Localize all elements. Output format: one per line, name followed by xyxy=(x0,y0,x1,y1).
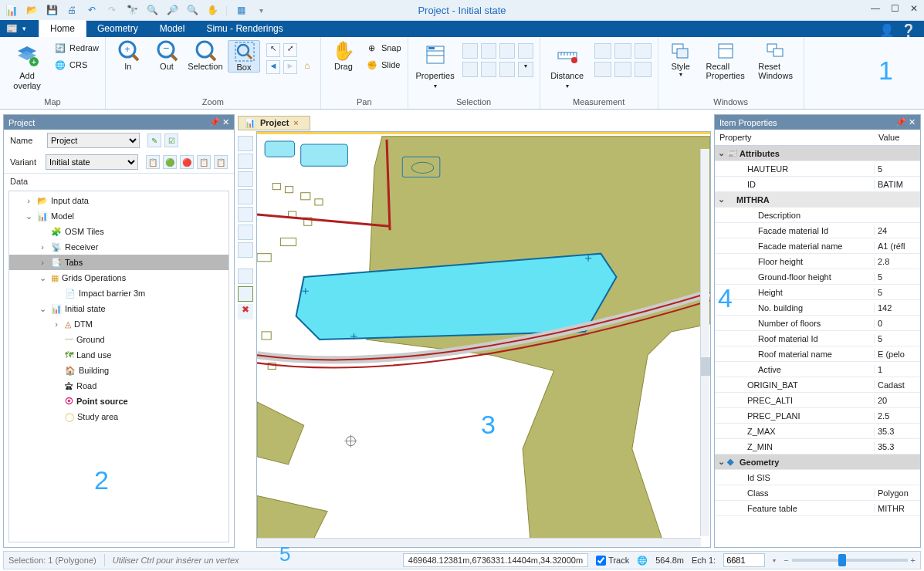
crs-button[interactable]: 🌐CRS xyxy=(54,57,99,73)
zoom-in-button[interactable]: +In xyxy=(112,40,144,71)
meas-3[interactable] xyxy=(635,43,652,59)
vtool-6[interactable] xyxy=(238,225,253,240)
prop-group-attributes[interactable]: ⌄📰Attributes xyxy=(715,146,920,161)
tab-geometry[interactable]: Geometry xyxy=(86,20,149,37)
vtool-1[interactable] xyxy=(238,136,253,151)
close-panel-icon[interactable]: ✕ xyxy=(222,117,229,127)
snap-button[interactable]: ⊕Snap xyxy=(366,40,401,56)
vtool-3[interactable] xyxy=(238,171,253,187)
sel-tool-8[interactable]: ▾ xyxy=(518,62,533,77)
map-canvas[interactable] xyxy=(257,132,710,547)
zoom-slider[interactable] xyxy=(792,559,908,562)
tree-grids[interactable]: ⌄▦Grids Operations xyxy=(9,270,228,286)
zoom-selection-button[interactable]: Selection xyxy=(189,40,222,71)
vtool-4[interactable] xyxy=(238,189,253,204)
zoom-ext1-icon[interactable]: ↖ xyxy=(266,43,280,57)
zoom-minus-icon[interactable]: − xyxy=(784,556,788,565)
zoom-ext2-icon[interactable]: ⤢ xyxy=(283,43,297,57)
project-tree[interactable]: ›📂Input data ⌄📊Model 🧩OSM Tiles ›📡Receiv… xyxy=(8,191,229,542)
prop-group-geometry[interactable]: ⌄◆Geometry xyxy=(715,454,920,470)
tree-receiver[interactable]: ›📡Receiver xyxy=(9,239,228,255)
reset-windows-button[interactable]: Reset Windows xyxy=(754,40,797,80)
properties-button[interactable]: Properties▾ xyxy=(415,40,456,91)
sel-tool-5[interactable] xyxy=(462,62,478,77)
tab-home[interactable]: Home xyxy=(39,19,86,37)
tab-simu[interactable]: Simu - Renderings xyxy=(195,20,293,37)
tree-point-source[interactable]: ⦿Point source xyxy=(9,394,228,409)
sel-tool-1[interactable] xyxy=(462,43,478,59)
vtool-8[interactable] xyxy=(238,269,253,284)
var-tool-4[interactable]: 📋 xyxy=(197,155,211,169)
globe-status-icon[interactable]: 🌐 xyxy=(637,556,648,566)
sel-tool-6[interactable] xyxy=(481,62,496,77)
zoomout-icon[interactable]: 🔎 xyxy=(165,3,179,17)
tree-input-data[interactable]: ›📂Input data xyxy=(9,193,228,208)
help-icon[interactable]: ❔ xyxy=(901,23,916,38)
user-icon[interactable]: 👤 xyxy=(879,23,895,38)
tree-landuse[interactable]: 🗺Land use xyxy=(9,347,228,363)
meas-4[interactable] xyxy=(594,62,611,77)
tree-impact[interactable]: 📄Impact barrier 3m xyxy=(9,286,228,301)
vtool-5[interactable] xyxy=(238,207,253,222)
measurement-tools-grid[interactable] xyxy=(594,40,652,77)
tree-study-area[interactable]: ◯Study area xyxy=(9,409,228,424)
var-tool-5[interactable]: 📋 xyxy=(214,155,228,169)
zoom-out-button[interactable]: −Out xyxy=(151,40,183,71)
variant-select[interactable]: Initial state xyxy=(46,154,138,170)
minimize-button[interactable]: — xyxy=(871,3,880,14)
vtool-7[interactable] xyxy=(238,242,253,258)
undo-icon[interactable]: ↶ xyxy=(85,3,99,17)
vtool-2[interactable] xyxy=(238,154,253,169)
var-tool-1[interactable]: 📋 xyxy=(146,155,160,169)
tree-road[interactable]: 🛣Road xyxy=(9,378,228,394)
style-button[interactable]: Style▾ xyxy=(665,40,697,78)
close-tab-icon[interactable]: × xyxy=(293,118,298,127)
meas-1[interactable] xyxy=(594,43,611,59)
maximize-button[interactable]: ☐ xyxy=(891,3,899,14)
selection-tools-grid[interactable]: ▾ xyxy=(462,40,533,77)
meas-2[interactable] xyxy=(614,43,631,59)
zoom-home-icon[interactable]: ⌂ xyxy=(300,60,314,74)
name-tool-2[interactable]: ☑ xyxy=(164,133,178,147)
sel-tool-7[interactable] xyxy=(499,62,515,77)
zoom-box-button[interactable]: Box xyxy=(228,40,260,73)
scale-input[interactable] xyxy=(723,553,765,567)
tree-initial[interactable]: ⌄📊Initial state xyxy=(9,301,228,316)
name-select[interactable]: Project xyxy=(47,133,140,148)
grid-icon[interactable]: ▦ xyxy=(234,3,248,17)
tree-osm[interactable]: 🧩OSM Tiles xyxy=(9,224,228,239)
pin-icon[interactable]: 📌 xyxy=(209,117,220,127)
distance-button[interactable]: Distance▾ xyxy=(547,40,588,91)
tree-model[interactable]: ⌄📊Model xyxy=(9,208,228,224)
prop-group-mithra[interactable]: ⌄MITHRA xyxy=(715,192,920,208)
drag-button[interactable]: ✋Drag xyxy=(327,40,360,71)
tab-model[interactable]: Model xyxy=(149,20,196,37)
track-checkbox[interactable] xyxy=(596,556,606,566)
map-scrollbar-vertical[interactable] xyxy=(700,149,709,536)
save-icon[interactable]: 💾 xyxy=(45,3,59,17)
sel-tool-4[interactable] xyxy=(518,43,533,59)
zoom-next-icon[interactable]: ► xyxy=(283,60,297,74)
open-icon[interactable]: 📂 xyxy=(25,3,39,17)
vtool-9[interactable] xyxy=(238,286,253,302)
map-scrollbar-horizontal[interactable] xyxy=(257,538,701,547)
name-tool-1[interactable]: ✎ xyxy=(147,133,161,147)
meas-6[interactable] xyxy=(635,62,652,77)
redo-icon[interactable]: ↷ xyxy=(105,3,119,17)
zoomfit-icon[interactable]: 🔍 xyxy=(185,3,199,17)
print-icon[interactable]: 🖨 xyxy=(65,3,79,17)
zoom-prev-icon[interactable]: ◄ xyxy=(266,60,280,74)
recall-properties-button[interactable]: Recall Properties xyxy=(703,40,748,80)
meas-5[interactable] xyxy=(614,62,631,77)
redraw-button[interactable]: 🔄Redraw xyxy=(54,40,99,56)
props-body[interactable]: ⌄📰Attributes HAUTEUR5 IDBATIM ⌄MITHRA De… xyxy=(715,146,920,547)
add-overlay-button[interactable]: + Add overlay xyxy=(6,40,48,91)
var-tool-3[interactable]: 🔴 xyxy=(180,155,194,169)
map-tab-project[interactable]: 📊Project× xyxy=(238,116,310,130)
qat-dropdown-icon[interactable]: ▾ xyxy=(254,3,268,17)
hand-icon[interactable]: ✋ xyxy=(205,3,219,17)
find-icon[interactable]: 🔭 xyxy=(125,3,139,17)
vtool-10[interactable]: ✖ xyxy=(238,304,253,319)
pin-icon-2[interactable]: 📌 xyxy=(895,117,906,127)
file-menu[interactable]: 📰▾ xyxy=(0,20,39,37)
